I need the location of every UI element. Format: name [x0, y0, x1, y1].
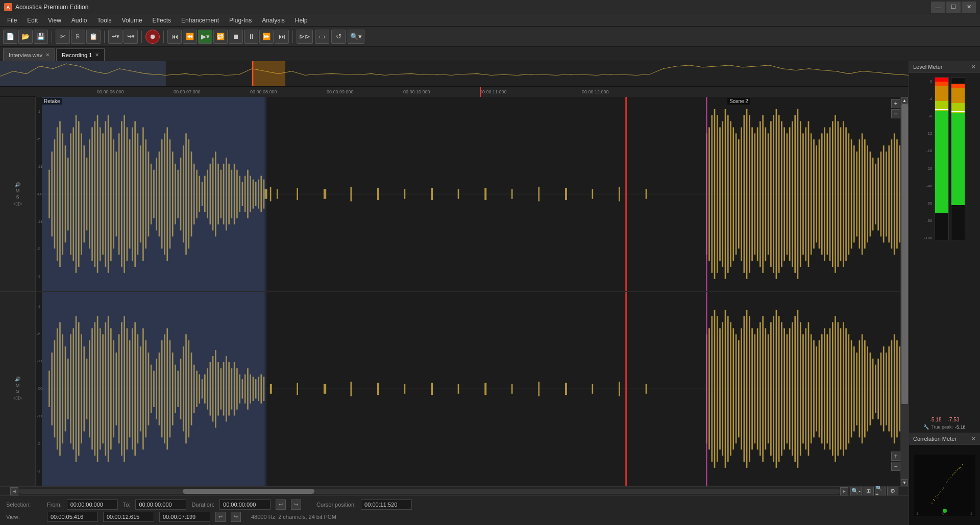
menu-audio[interactable]: Audio [66, 14, 92, 27]
scroll-right-button[interactable]: ► [840, 487, 848, 495]
svg-rect-325 [805, 328, 806, 449]
menu-file[interactable]: File [2, 14, 22, 27]
close-button[interactable]: ✕ [962, 2, 976, 13]
loop-button[interactable]: 🔁 [213, 30, 228, 44]
svg-rect-1 [0, 61, 166, 86]
svg-rect-147 [794, 115, 796, 273]
open-button[interactable]: 📂 [18, 30, 33, 44]
svg-rect-279 [431, 383, 433, 395]
selection-row2: View: ↩ ↪ 48000 Hz, 2 channels, 24 bit P… [6, 512, 902, 522]
track2-scale-center: -00 [37, 386, 41, 391]
menu-analysis[interactable]: Analysis [257, 14, 290, 27]
menu-volume[interactable]: Volume [117, 14, 148, 27]
menu-effects[interactable]: Effects [148, 14, 176, 27]
svg-rect-356 [888, 346, 890, 431]
scroll-left-button[interactable]: ◄ [10, 487, 18, 495]
hscroll-track[interactable] [18, 489, 840, 494]
svg-rect-137 [768, 133, 769, 255]
svg-rect-119 [719, 127, 721, 261]
horizontal-scrollbar[interactable]: ◄ ► 🔍- ⊞ 🔍+ ⚙ [0, 486, 909, 495]
zoom-in-button[interactable]: 🔍+ [875, 487, 886, 496]
cursor-pos-input[interactable] [361, 499, 412, 510]
correlation-meter-close[interactable]: ✕ [971, 435, 976, 442]
sel-undo-button[interactable]: ↩ [276, 499, 286, 510]
svg-rect-116 [711, 115, 713, 273]
search-button[interactable]: 🔍▾ [348, 30, 364, 44]
svg-rect-181 [886, 152, 887, 236]
zoom-in-vert-button[interactable]: + [891, 99, 900, 108]
menu-enhancement[interactable]: Enhancement [176, 14, 224, 27]
track2[interactable]: -1 -5 -11 -00 -11 -5 -1 [36, 292, 900, 487]
rewind-button[interactable]: ⏪ [183, 30, 197, 44]
paste-button[interactable]: 📋 [86, 30, 101, 44]
selection-from-input[interactable] [67, 499, 118, 510]
minimize-button[interactable]: — [931, 2, 945, 13]
zoom-out-vert2-button[interactable]: − [891, 462, 900, 471]
goto-start-button[interactable]: ⏮ [167, 30, 182, 44]
play-button[interactable]: ▶▾ [198, 30, 212, 44]
vertical-scrollbar[interactable] [901, 104, 909, 479]
copy-button[interactable]: ⎘ [71, 30, 85, 44]
overview-waveform[interactable] [0, 61, 909, 87]
view-redo-button[interactable]: ↪ [231, 512, 241, 522]
svg-rect-326 [808, 322, 810, 456]
maximize-button[interactable]: ☐ [946, 2, 961, 13]
view-button[interactable]: ▭ [315, 30, 329, 44]
view-to-input[interactable] [103, 512, 154, 522]
zoom-out-vert-button[interactable]: − [891, 109, 900, 118]
pause-button[interactable]: ⏸ [244, 30, 258, 44]
zoom-fit-button[interactable]: ⊞ [863, 487, 874, 496]
save-button[interactable]: 💾 [34, 30, 48, 44]
tab-recording[interactable]: Recording 1 ✕ [56, 48, 105, 61]
svg-rect-187 [625, 97, 627, 291]
svg-rect-150 [802, 133, 804, 255]
sep3 [141, 31, 142, 43]
view-from-input[interactable] [47, 512, 98, 522]
tab-interview[interactable]: Interview.wav ✕ [3, 48, 55, 61]
menu-view[interactable]: View [43, 14, 66, 27]
svg-rect-123 [730, 121, 731, 267]
marker-button[interactable]: ⊳⊳ [297, 30, 313, 44]
redo-button[interactable]: ↪▾ [124, 30, 138, 44]
correlation-visualization: -1 0 1 [914, 455, 975, 516]
new-button[interactable]: 📄 [3, 30, 17, 44]
svg-rect-328 [813, 340, 815, 437]
loop2-button[interactable]: ↺ [331, 30, 346, 44]
menu-edit[interactable]: Edit [22, 14, 43, 27]
menu-plugins[interactable]: Plug-Ins [224, 14, 257, 27]
view-dur-input[interactable] [159, 512, 210, 522]
scroll-up-button[interactable]: ▲ [901, 97, 908, 104]
stop-button[interactable]: ⏹ [229, 30, 243, 44]
svg-text:-1: -1 [915, 512, 918, 515]
view-undo-button[interactable]: ↩ [215, 512, 226, 522]
scale-40: -40 [924, 184, 932, 188]
svg-text:00:00:12:000: 00:00:12:000 [582, 89, 609, 94]
selection-duration-input[interactable] [219, 499, 271, 510]
tab-interview-close[interactable]: ✕ [45, 52, 50, 58]
zoom-in-vert2-button[interactable]: + [891, 452, 900, 461]
svg-point-383 [943, 487, 944, 488]
svg-rect-131 [751, 127, 753, 261]
goto-end-button[interactable]: ⏭ [275, 30, 289, 44]
level-meter-close[interactable]: ✕ [971, 63, 976, 70]
zoom-out-button[interactable]: 🔍- [850, 487, 862, 496]
svg-text:0: 0 [942, 512, 944, 515]
svg-rect-327 [811, 334, 812, 443]
menu-tools[interactable]: Tools [92, 14, 117, 27]
svg-rect-286 [619, 381, 620, 396]
sel-redo-button[interactable]: ↪ [291, 499, 301, 510]
svg-rect-180 [883, 145, 885, 242]
record-button[interactable]: ⏺ [145, 30, 160, 44]
zoom-options-button[interactable]: ⚙ [887, 487, 898, 496]
svg-point-369 [938, 494, 939, 495]
svg-rect-145 [789, 127, 791, 261]
hscroll-thumb[interactable] [183, 489, 314, 494]
track1[interactable]: -1 -5 -11 -00 -11 -5 -1 Retake Scene 2 [36, 97, 900, 292]
cut-button[interactable]: ✂ [56, 30, 70, 44]
ffwd-button[interactable]: ⏩ [259, 30, 274, 44]
menu-help[interactable]: Help [290, 14, 313, 27]
tab-recording-close[interactable]: ✕ [95, 52, 99, 58]
scroll-down-button[interactable]: ▼ [901, 479, 908, 486]
undo-button[interactable]: ↩▾ [108, 30, 122, 44]
selection-to-input[interactable] [135, 499, 186, 510]
